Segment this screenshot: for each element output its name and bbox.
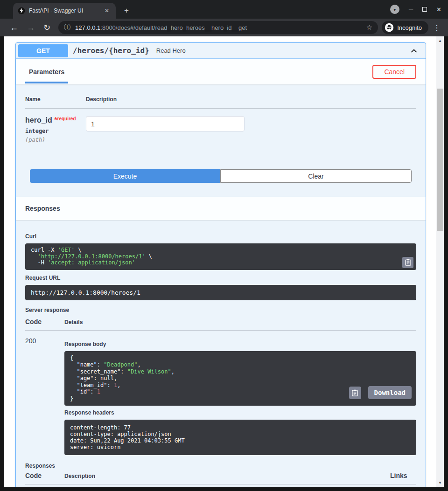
scroll-down-icon[interactable]: ▼ xyxy=(436,481,444,485)
server-response-row: 200 Response body { "name": "Deadpond", … xyxy=(25,331,416,456)
swagger-page: GET /heroes/{hero_id} Read Hero Paramete… xyxy=(4,36,436,487)
status-code: 200 xyxy=(25,337,64,456)
close-button[interactable]: ✕ xyxy=(436,7,441,13)
endpoint-path: /heroes/{hero_id} xyxy=(73,46,149,55)
hero-id-input[interactable] xyxy=(86,116,245,131)
param-location: (path) xyxy=(25,137,86,143)
responses-title: Responses xyxy=(25,205,60,212)
browser-tab[interactable]: FastAPI - Swagger UI ✕ xyxy=(13,3,116,19)
column-description: Description xyxy=(86,96,117,103)
maximize-button[interactable] xyxy=(422,7,427,13)
column-code-2: Code xyxy=(25,472,64,479)
execute-button[interactable]: Execute xyxy=(30,169,220,183)
column-links: Links xyxy=(390,472,416,479)
endpoint-summary[interactable]: GET /heroes/{hero_id} Read Hero xyxy=(16,43,426,59)
response-body-label: Response body xyxy=(64,341,416,347)
documented-responses-label: Responses xyxy=(25,463,416,469)
browser-window: FastAPI - Swagger UI ✕ + ▾ ─ ✕ ← → ↻ ⓘ 1… xyxy=(0,0,448,491)
titlebar: FastAPI - Swagger UI ✕ + ▾ ─ ✕ xyxy=(0,0,448,19)
opblock-get-heroes: GET /heroes/{hero_id} Read Hero Paramete… xyxy=(15,42,426,487)
url-path: :8000/docs#/default/read_hero_heroes__he… xyxy=(100,24,247,31)
required-label: required xyxy=(57,116,76,121)
parameters-header: Parameters Cancel xyxy=(16,59,426,84)
tab-close-icon[interactable]: ✕ xyxy=(103,7,111,15)
curl-code: curl -X 'GET' \ 'http://127.0.0.1:8000/h… xyxy=(25,243,416,270)
documented-response-row: 200 No links xyxy=(25,484,416,487)
clear-button[interactable]: Clear xyxy=(220,169,412,183)
method-badge: GET xyxy=(18,44,68,57)
tab-search-icon[interactable]: ▾ xyxy=(390,5,399,14)
responses-header: Responses xyxy=(16,197,426,220)
param-type: integer xyxy=(25,128,86,134)
scrollbar-thumb[interactable] xyxy=(437,89,443,231)
incognito-label: Incognito xyxy=(397,24,422,31)
parameters-table: Name Description hero_id *required integ… xyxy=(16,84,426,183)
param-name: hero_id *required xyxy=(25,116,86,124)
address-bar[interactable]: ⓘ 127.0.0.1:8000/docs#/default/read_hero… xyxy=(58,21,378,34)
scrollbar[interactable]: ▲ ▼ xyxy=(436,36,444,487)
column-description-2: Description xyxy=(64,473,390,479)
fastapi-favicon-icon xyxy=(18,7,25,14)
bookmark-star-icon[interactable]: ☆ xyxy=(366,23,372,32)
column-name: Name xyxy=(25,96,86,103)
parameter-row: hero_id *required integer (path) xyxy=(25,109,416,155)
tab-parameters[interactable]: Parameters xyxy=(25,68,68,76)
request-url-label: Request URL xyxy=(25,275,416,281)
column-code: Code xyxy=(25,318,64,325)
url-text[interactable]: 127.0.0.1:8000/docs#/default/read_hero_h… xyxy=(75,24,363,31)
response-headers-code: content-length: 77 content-type: applica… xyxy=(64,420,416,455)
tab-title: FastAPI - Swagger UI xyxy=(29,7,103,14)
download-button[interactable]: Download xyxy=(368,386,412,399)
back-icon[interactable]: ← xyxy=(6,23,22,33)
incognito-badge: Incognito xyxy=(382,21,428,34)
forward-icon: → xyxy=(22,23,39,33)
collapse-chevron-icon[interactable] xyxy=(409,46,419,55)
request-url-value: http://127.0.0.1:8000/heroes/1 xyxy=(25,285,416,300)
responses-body: Curl curl -X 'GET' \ 'http://127.0.0.1:8… xyxy=(16,220,426,487)
copy-response-button[interactable] xyxy=(349,387,361,399)
response-headers-label: Response headers xyxy=(64,409,416,416)
curl-label: Curl xyxy=(25,233,416,240)
site-info-icon[interactable]: ⓘ xyxy=(64,23,70,32)
response-body-code: { "name": "Deadpond", "secret_name": "Di… xyxy=(64,351,416,406)
column-details: Details xyxy=(64,319,416,325)
minimize-button[interactable]: ─ xyxy=(409,7,413,13)
nav-toolbar: ← → ↻ ⓘ 127.0.0.1:8000/docs#/default/rea… xyxy=(0,19,448,36)
copy-curl-button[interactable] xyxy=(402,257,413,268)
url-host: 127.0.0.1 xyxy=(75,24,100,31)
cancel-button[interactable]: Cancel xyxy=(372,65,416,79)
reload-icon[interactable]: ↻ xyxy=(39,22,55,33)
new-tab-button[interactable]: + xyxy=(121,6,132,15)
server-response-label: Server response xyxy=(25,307,416,313)
scroll-up-icon[interactable]: ▲ xyxy=(436,39,444,43)
incognito-icon xyxy=(385,23,394,32)
maximize-icon xyxy=(422,7,427,12)
menu-kebab-icon[interactable]: ⋮ xyxy=(428,23,442,32)
endpoint-description: Read Hero xyxy=(156,47,409,54)
